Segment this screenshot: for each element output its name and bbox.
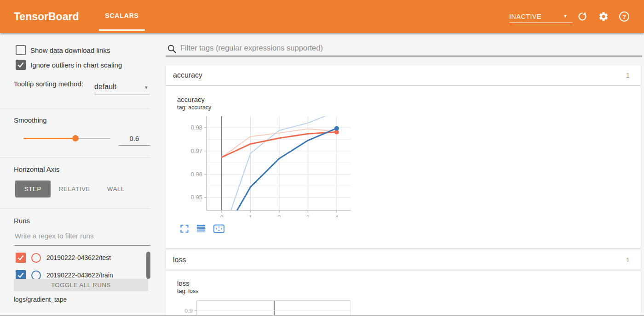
section-header-loss[interactable]: loss 1 bbox=[166, 250, 641, 270]
run-train-label: 20190222-043622/train bbox=[46, 271, 113, 279]
show-download-links-label: Show data download links bbox=[30, 46, 110, 54]
run-test-checkbox[interactable] bbox=[16, 253, 26, 263]
section-title: accuracy bbox=[173, 66, 202, 85]
search-icon bbox=[167, 44, 177, 54]
svg-text:0.95: 0.95 bbox=[191, 194, 202, 201]
chart-tag-label: tag: loss bbox=[177, 288, 199, 294]
svg-text:0.96: 0.96 bbox=[191, 171, 202, 178]
svg-text:1: 1 bbox=[249, 214, 252, 217]
tooltip-sorting-dropdown[interactable]: default ▼ bbox=[94, 83, 150, 91]
horizontal-axis-label: Horizontal Axis bbox=[14, 165, 59, 173]
runs-filter-input[interactable] bbox=[14, 231, 149, 240]
log-directory-label: logs/gradient_tape bbox=[14, 296, 67, 303]
svg-text:?: ? bbox=[622, 13, 626, 20]
expand-chart-icon[interactable] bbox=[180, 224, 189, 233]
fit-domain-icon[interactable] bbox=[213, 224, 225, 234]
tooltip-sorting-value: default bbox=[94, 83, 116, 90]
svg-text:0: 0 bbox=[220, 214, 223, 217]
filter-tags-input[interactable] bbox=[179, 43, 623, 53]
runs-filter-underline bbox=[14, 245, 150, 246]
tooltip-sorting-label: Tooltip sorting method: bbox=[14, 79, 87, 89]
runs-scrollbar[interactable] bbox=[146, 252, 150, 279]
accuracy-line-chart[interactable]: 012340.950.960.970.98 bbox=[172, 114, 356, 217]
section-count-badge: 1 bbox=[626, 66, 630, 85]
smoothing-label: Smoothing bbox=[14, 116, 47, 124]
main-content: accuracy 1 accuracy tag: accuracy 012340… bbox=[166, 33, 644, 316]
divider bbox=[0, 108, 150, 108]
ignore-outliers-row: Ignore outliers in chart scaling bbox=[16, 60, 122, 70]
smoothing-slider-thumb[interactable] bbox=[72, 135, 79, 141]
status-underline bbox=[509, 23, 573, 23]
chart-toolbar bbox=[180, 224, 225, 234]
axis-step-button[interactable]: STEP bbox=[15, 181, 51, 198]
svg-text:0.97: 0.97 bbox=[191, 147, 202, 154]
loss-line-chart[interactable]: 0.9 bbox=[172, 298, 356, 316]
app-header: TensorBoard SCALARS INACTIVE ▼ ? bbox=[0, 0, 644, 33]
smoothing-value[interactable]: 0.6 bbox=[119, 135, 150, 142]
tooltip-sorting-underline bbox=[94, 95, 150, 95]
run-test-color-radio[interactable] bbox=[31, 253, 41, 263]
status-dropdown[interactable]: INACTIVE ▼ bbox=[509, 0, 574, 33]
show-download-links-checkbox[interactable] bbox=[16, 45, 26, 55]
help-icon[interactable]: ? bbox=[619, 11, 630, 22]
sidebar: Show data download links Ignore outliers… bbox=[0, 33, 159, 316]
chart-title: accuracy bbox=[177, 96, 205, 103]
app-title: TensorBoard bbox=[14, 0, 79, 33]
smoothing-value-underline bbox=[119, 145, 150, 146]
axis-wall-button[interactable]: WALL bbox=[100, 181, 132, 198]
chevron-down-icon: ▼ bbox=[144, 85, 149, 90]
log-scale-icon[interactable] bbox=[196, 224, 206, 233]
tab-active-underline bbox=[99, 29, 145, 31]
ignore-outliers-label: Ignore outliers in chart scaling bbox=[30, 61, 122, 69]
svg-text:4: 4 bbox=[335, 214, 338, 217]
tab-scalars[interactable]: SCALARS bbox=[99, 0, 145, 31]
accuracy-chart-card: accuracy tag: accuracy 012340.950.960.97… bbox=[166, 86, 641, 248]
svg-text:2: 2 bbox=[277, 214, 281, 217]
run-test-label: 20190222-043622/test bbox=[46, 254, 111, 261]
runs-title: Runs bbox=[14, 217, 30, 225]
ignore-outliers-checkbox[interactable] bbox=[16, 60, 26, 70]
svg-text:0.98: 0.98 bbox=[191, 124, 202, 131]
divider bbox=[0, 208, 150, 209]
section-count-badge: 1 bbox=[626, 250, 630, 270]
chart-title: loss bbox=[177, 279, 190, 287]
settings-gear-icon[interactable] bbox=[598, 11, 609, 22]
loss-chart-card: loss tag: loss 0.9 bbox=[166, 271, 641, 316]
axis-relative-button[interactable]: RELATIVE bbox=[54, 181, 95, 198]
refresh-icon[interactable] bbox=[577, 11, 588, 22]
run-row-test: 20190222-043622/test bbox=[16, 253, 111, 263]
svg-text:0.9: 0.9 bbox=[184, 307, 193, 314]
show-download-links-row: Show data download links bbox=[16, 45, 110, 55]
section-header-accuracy[interactable]: accuracy 1 bbox=[166, 66, 641, 85]
divider bbox=[0, 157, 150, 158]
chart-tag-label: tag: accuracy bbox=[177, 104, 211, 111]
toggle-all-runs-button[interactable]: TOGGLE ALL RUNS bbox=[14, 279, 148, 291]
status-label: INACTIVE bbox=[509, 13, 541, 20]
chevron-down-icon: ▼ bbox=[563, 13, 568, 18]
svg-text:3: 3 bbox=[306, 214, 310, 217]
section-title: loss bbox=[173, 250, 186, 270]
filter-tags-underline bbox=[166, 56, 642, 56]
smoothing-slider-fill bbox=[23, 138, 75, 139]
